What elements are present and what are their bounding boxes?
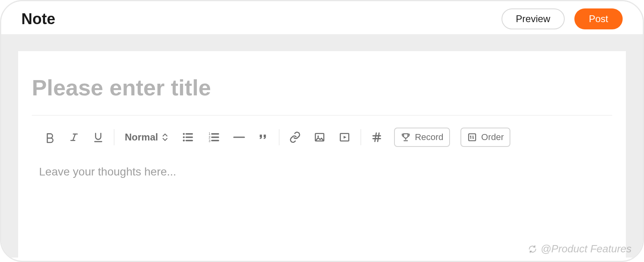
link-icon (289, 131, 301, 143)
insert-group (279, 129, 361, 145)
italic-button[interactable] (67, 129, 81, 145)
formatting-toolbar: Normal (32, 125, 612, 149)
svg-line-2 (73, 134, 75, 140)
image-button[interactable] (312, 129, 327, 145)
svg-point-18 (317, 136, 319, 137)
body-area: Normal (1, 34, 643, 258)
svg-text:1: 1 (208, 132, 211, 136)
hashtag-icon (371, 131, 382, 143)
paragraph-format-label: Normal (125, 132, 158, 143)
svg-text:2: 2 (208, 136, 211, 139)
extras-group: Record Order (361, 128, 519, 147)
preview-button[interactable]: Preview (502, 8, 565, 29)
record-button[interactable]: Record (394, 128, 450, 147)
horizontal-rule-button[interactable] (232, 129, 246, 145)
bold-icon (45, 131, 55, 143)
sort-arrows-icon (162, 133, 168, 141)
underline-icon (93, 131, 103, 143)
link-button[interactable] (288, 129, 302, 145)
editor-card: Normal (18, 51, 626, 258)
bold-button[interactable] (43, 129, 57, 145)
record-label: Record (415, 132, 444, 142)
title-input[interactable] (32, 72, 612, 115)
svg-point-6 (183, 140, 185, 142)
blockquote-button[interactable] (256, 129, 270, 145)
bullet-list-icon (181, 132, 194, 143)
header-bar: Note Preview Post (1, 1, 643, 34)
header-actions: Preview Post (502, 8, 623, 29)
paragraph-format-select[interactable]: Normal (123, 132, 169, 143)
content-input[interactable] (32, 149, 612, 191)
numbered-list-button[interactable]: 1 2 3 (206, 129, 222, 145)
svg-line-22 (375, 133, 376, 142)
horizontal-rule-icon (233, 135, 245, 139)
text-style-group (34, 129, 114, 145)
order-icon (467, 132, 477, 142)
note-editor-window: Note Preview Post (0, 0, 644, 262)
post-button[interactable]: Post (574, 8, 623, 29)
svg-rect-26 (469, 134, 475, 140)
order-label: Order (481, 132, 504, 142)
video-button[interactable] (337, 129, 352, 145)
bullet-list-button[interactable] (180, 129, 195, 145)
italic-icon (69, 131, 79, 143)
svg-text:3: 3 (208, 139, 211, 143)
page-title: Note (21, 10, 55, 28)
underline-button[interactable] (91, 129, 105, 145)
image-icon (313, 132, 326, 143)
title-divider (32, 115, 612, 116)
video-icon (338, 132, 351, 143)
order-button[interactable]: Order (460, 128, 510, 147)
svg-point-4 (183, 133, 185, 135)
numbered-list-icon: 1 2 3 (206, 132, 221, 143)
svg-point-5 (183, 136, 185, 138)
block-group: Normal (114, 129, 279, 145)
svg-line-23 (378, 133, 379, 142)
quote-icon (257, 132, 269, 142)
trophy-icon (400, 132, 411, 142)
hashtag-button[interactable] (370, 129, 384, 145)
